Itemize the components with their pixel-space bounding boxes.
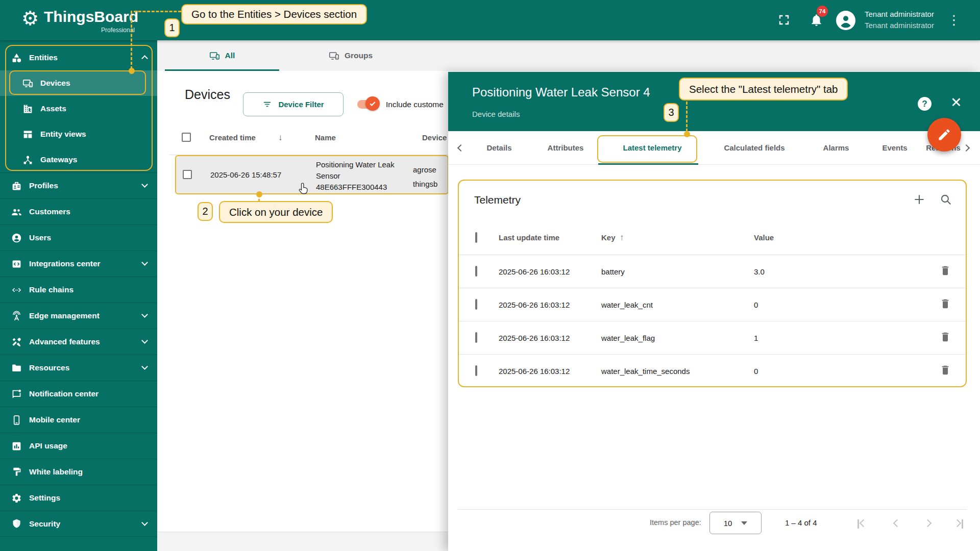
column-header-created-time[interactable]: Created time <box>209 133 256 142</box>
sidebar-item-advanced-features[interactable]: Advanced features <box>0 329 157 355</box>
delete-icon[interactable] <box>940 265 951 278</box>
tab-groups[interactable]: Groups <box>287 40 414 71</box>
search-icon[interactable] <box>939 193 952 208</box>
edit-fab-button[interactable] <box>927 118 961 152</box>
sidebar-item-gateways[interactable]: Gateways <box>0 147 157 172</box>
tab-attributes[interactable]: Attributes <box>540 131 591 165</box>
customers-icon <box>11 207 22 217</box>
telemetry-value: 0 <box>754 367 940 375</box>
device-table-row[interactable]: 2025-06-26 15:48:57 Positioning Water Le… <box>175 155 449 194</box>
sidebar-item-profiles[interactable]: Profiles <box>0 172 157 198</box>
pencil-icon <box>937 128 951 142</box>
tab-alarms[interactable]: Alarms <box>816 131 856 165</box>
api-usage-icon <box>11 441 22 452</box>
column-header-last-update-time[interactable]: Last update time <box>499 233 601 242</box>
telemetry-key: water_leak_cnt <box>601 300 754 309</box>
delete-icon[interactable] <box>940 364 951 378</box>
row-checkbox[interactable] <box>475 266 477 277</box>
sidebar-item-label: Security <box>29 519 60 529</box>
account-info[interactable]: Tenant administrator Tenant administrato… <box>865 9 934 31</box>
sidebar-item-edge-management[interactable]: Edge management <box>0 303 157 329</box>
first-page-button[interactable] <box>856 519 870 529</box>
items-per-page-select[interactable]: 10 <box>709 512 762 534</box>
notifications-count-badge: 74 <box>817 6 828 17</box>
annotation-dash-line <box>686 102 688 132</box>
column-header-device-profile[interactable]: Device <box>422 133 447 142</box>
sidebar-item-notification-center[interactable]: Notification center <box>0 381 157 407</box>
previous-page-button[interactable] <box>890 519 903 529</box>
row-checkbox[interactable] <box>475 332 477 343</box>
select-all-checkbox[interactable] <box>182 133 191 142</box>
fullscreen-icon[interactable] <box>778 14 790 26</box>
telemetry-key: water_leak_time_seconds <box>601 367 754 375</box>
items-per-page-value: 10 <box>724 519 732 528</box>
sort-desc-arrow-icon[interactable]: ↓ <box>278 133 283 143</box>
sidebar-item-customers[interactable]: Customers <box>0 198 157 224</box>
sidebar-item-label: Notification center <box>29 389 99 398</box>
sidebar-item-api-usage[interactable]: API usage <box>0 433 157 459</box>
sidebar-item-label: Users <box>29 233 51 242</box>
sidebar-item-label: Profiles <box>29 181 58 190</box>
tab-details[interactable]: Details <box>479 131 520 165</box>
notification-center-icon <box>11 389 22 399</box>
sidebar-item-rule-chains[interactable]: Rule chains <box>0 277 157 303</box>
toggle-thumb[interactable] <box>365 96 380 111</box>
tab-calculated-fields[interactable]: Calculated fields <box>714 131 795 165</box>
sidebar-item-resources[interactable]: Resources <box>0 355 157 381</box>
row-checkbox[interactable] <box>475 299 477 310</box>
sidebar-item-label: Gateways <box>40 155 77 164</box>
tab-events[interactable]: Events <box>874 131 915 165</box>
sidebar-item-entity-views[interactable]: Entity views <box>0 121 157 147</box>
last-page-button[interactable] <box>952 519 966 529</box>
chevron-down-icon <box>141 259 148 266</box>
sidebar-item-label: Customers <box>29 207 70 216</box>
devices-tab-icon <box>209 51 220 61</box>
account-icon <box>838 13 853 28</box>
delete-icon[interactable] <box>940 298 951 311</box>
tab-all[interactable]: All <box>165 40 279 71</box>
profiles-icon <box>11 181 22 191</box>
row-checkbox[interactable] <box>475 365 477 376</box>
row-checkbox[interactable] <box>183 170 192 179</box>
sidebar-item-white-labeling[interactable]: White labeling <box>0 459 157 485</box>
next-page-button[interactable] <box>923 519 936 529</box>
chevron-down-icon <box>141 181 148 188</box>
telemetry-select-all-checkbox[interactable] <box>475 232 477 243</box>
sidebar-item-devices[interactable]: Devices <box>0 70 157 96</box>
device-filter-button[interactable]: Device Filter <box>243 92 344 116</box>
devices-icon <box>22 78 33 89</box>
delete-icon[interactable] <box>940 331 951 344</box>
annotation-dash-line <box>134 11 181 12</box>
telemetry-row[interactable]: 2025-06-26 16:03:12 water_leak_cnt 0 <box>459 288 965 321</box>
more-menu-icon[interactable]: ⋮ <box>947 12 961 28</box>
telemetry-value: 0 <box>754 300 940 309</box>
sidebar-item-label: White labeling <box>29 467 83 477</box>
sidebar-item-mobile-center[interactable]: Mobile center <box>0 407 157 433</box>
telemetry-row[interactable]: 2025-06-26 16:03:12 water_leak_time_seco… <box>459 354 965 387</box>
thingsboard-logo-icon: ⚙ <box>21 7 39 30</box>
tab-latest-telemetry[interactable]: Latest telemetry <box>617 131 688 165</box>
sidebar-item-users[interactable]: Users <box>0 224 157 251</box>
telemetry-time: 2025-06-26 16:03:12 <box>499 334 601 342</box>
sidebar-item-security[interactable]: Security <box>0 511 157 537</box>
help-icon[interactable]: ? <box>918 97 932 111</box>
sidebar-item-label: Entity views <box>40 130 86 139</box>
sidebar-item-entities[interactable]: Entities <box>0 45 157 70</box>
telemetry-key: battery <box>601 267 754 276</box>
tab-all-label: All <box>225 51 235 60</box>
sidebar-item-settings[interactable]: Settings <box>0 485 157 511</box>
telemetry-row[interactable]: 2025-06-26 16:03:12 battery 3.0 <box>459 255 965 288</box>
active-panel-tab-underline <box>598 163 698 165</box>
sidebar-item-assets[interactable]: Assets <box>0 96 157 121</box>
telemetry-row[interactable]: 2025-06-26 16:03:12 water_leak_flag 1 <box>459 321 965 354</box>
advanced-features-icon <box>11 337 22 347</box>
column-header-key[interactable]: Key ↑ <box>601 233 754 243</box>
add-telemetry-icon[interactable] <box>913 193 926 208</box>
avatar[interactable] <box>836 11 855 30</box>
close-icon[interactable]: ✕ <box>950 94 962 111</box>
row-created-time: 2025-06-26 15:48:57 <box>210 170 281 179</box>
sidebar-item-integrations-center[interactable]: Integrations center <box>0 251 157 277</box>
device-profile-line1: agrose <box>413 165 436 174</box>
column-header-name[interactable]: Name <box>315 133 336 142</box>
column-header-value[interactable]: Value <box>754 233 965 242</box>
